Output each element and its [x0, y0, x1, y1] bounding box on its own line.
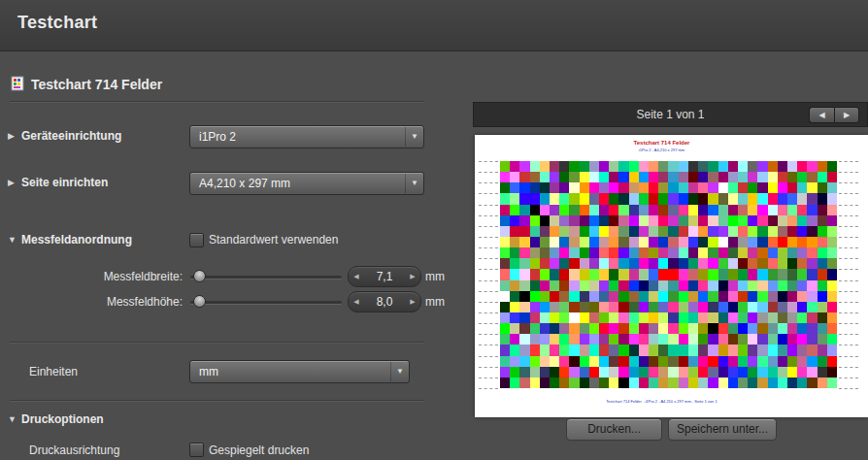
color-patch: [609, 334, 618, 345]
color-patch: [500, 291, 510, 302]
color-patch: [530, 215, 540, 226]
color-patch: [519, 237, 529, 247]
color-patch: [827, 247, 837, 258]
color-patch: [580, 312, 589, 323]
stepper-left-icon[interactable]: ◀: [349, 298, 364, 306]
default-value-checkbox[interactable]: [189, 233, 204, 247]
slider-track[interactable]: [190, 301, 342, 304]
patch-height-slider[interactable]: [190, 295, 342, 309]
color-patch: [550, 323, 559, 334]
slider-thumb[interactable]: [193, 295, 206, 308]
color-patch: [639, 215, 649, 226]
color-patch: [768, 215, 778, 226]
color-patch: [500, 215, 510, 226]
patch-width-slider[interactable]: [190, 270, 342, 283]
slider-thumb[interactable]: [193, 270, 206, 282]
stepper-right-icon[interactable]: ▶: [405, 298, 420, 306]
color-patch: [748, 302, 757, 312]
color-patch: [618, 334, 628, 345]
color-patch: [748, 226, 757, 237]
color-patch: [757, 356, 767, 367]
color-patch: [757, 302, 767, 312]
color-patch: [599, 247, 609, 258]
color-patch: [827, 258, 837, 269]
color-patch: [797, 291, 807, 302]
registration-mark: [839, 258, 858, 259]
color-patch: [658, 291, 668, 302]
units-dropdown[interactable]: mm ▼: [189, 360, 410, 383]
color-patch: [768, 334, 778, 345]
color-patch: [679, 356, 688, 367]
disclosure-page-setup-icon[interactable]: ▶: [8, 178, 15, 187]
color-patch: [818, 161, 827, 172]
color-patch: [589, 193, 599, 204]
color-patch: [688, 226, 698, 237]
color-patch: [748, 172, 757, 182]
color-patch: [500, 323, 510, 334]
color-patch: [818, 258, 827, 269]
color-patch: [658, 237, 668, 247]
save-as-button[interactable]: Speichern unter...: [668, 418, 777, 441]
device-dropdown[interactable]: i1Pro 2 ▼: [189, 125, 424, 148]
color-patch: [768, 193, 778, 204]
color-patch: [519, 205, 529, 215]
mirrored-print-checkbox[interactable]: [189, 443, 204, 457]
print-button[interactable]: Drucken...: [566, 418, 662, 441]
color-patch: [649, 247, 658, 258]
color-patch: [787, 291, 797, 302]
color-patch: [787, 378, 797, 388]
color-patch: [738, 356, 748, 367]
color-patch: [757, 312, 767, 323]
color-patch: [778, 345, 787, 355]
color-patch: [609, 258, 618, 269]
color-patch: [728, 302, 738, 312]
patch-height-stepper[interactable]: ◀ 8,0 ▶: [348, 291, 421, 312]
color-patch: [768, 345, 778, 355]
color-patch: [768, 205, 778, 215]
color-patch: [757, 182, 767, 193]
color-patch: [827, 205, 837, 215]
patch-width-stepper[interactable]: ◀ 7,1 ▶: [348, 266, 421, 287]
color-patch: [827, 378, 837, 388]
color-patch: [500, 345, 510, 355]
color-patch: [580, 215, 589, 226]
registration-mark: [839, 291, 858, 292]
color-patch: [629, 367, 639, 378]
color-patch: [718, 345, 728, 355]
stepper-left-icon[interactable]: ◀: [349, 273, 364, 280]
slider-track[interactable]: [190, 276, 342, 279]
previous-page-button[interactable]: ◀: [809, 107, 834, 123]
color-patch: [679, 367, 688, 378]
color-patch: [569, 193, 579, 204]
color-patch: [519, 291, 529, 302]
next-page-button[interactable]: ▶: [834, 107, 859, 123]
stepper-right-icon[interactable]: ▶: [405, 273, 420, 280]
patch-height-unit: mm: [425, 295, 445, 309]
color-patch: [698, 182, 708, 193]
color-patch: [708, 345, 718, 355]
color-patch: [589, 237, 599, 247]
color-patch: [738, 334, 748, 345]
color-patch: [550, 172, 559, 182]
color-patch: [728, 193, 738, 204]
color-patch: [599, 172, 609, 182]
disclosure-device-icon[interactable]: ▶: [8, 131, 15, 141]
color-patch: [679, 323, 688, 334]
color-patch: [618, 280, 628, 291]
color-patch: [639, 323, 649, 334]
color-patch: [748, 323, 757, 334]
color-patch: [698, 172, 708, 182]
color-patch: [639, 312, 649, 323]
color-patch: [818, 334, 827, 345]
color-patch: [748, 356, 757, 367]
patch-width-unit: mm: [425, 270, 445, 283]
color-patch: [827, 334, 837, 345]
disclosure-print-options-icon[interactable]: ▼: [8, 414, 17, 424]
page-setup-dropdown[interactable]: A4,210 x 297 mm ▼: [189, 172, 424, 195]
color-patch: [550, 193, 559, 204]
color-patch: [708, 258, 718, 269]
registration-mark: [839, 378, 858, 378]
color-patch: [757, 280, 767, 291]
disclosure-patch-layout-icon[interactable]: ▼: [8, 235, 17, 245]
color-patch: [728, 161, 738, 172]
